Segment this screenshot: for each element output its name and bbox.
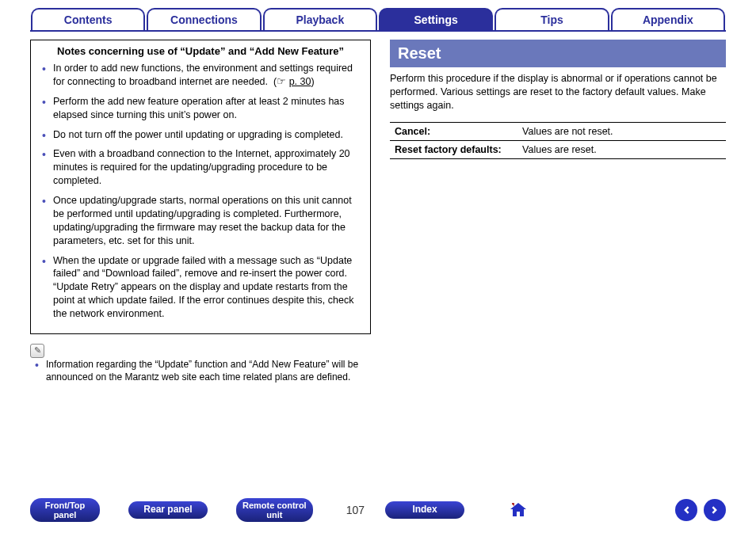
link-label: Front/Toppanel: [45, 501, 86, 520]
pencil-note-icon: ✎: [30, 344, 44, 358]
footnote-list: Information regarding the “Update” funct…: [30, 358, 371, 390]
link-rear-panel[interactable]: Rear panel: [128, 501, 208, 518]
link-front-top-panel[interactable]: Front/Toppanel: [30, 498, 100, 522]
reset-heading: Reset: [390, 40, 726, 67]
tab-settings[interactable]: Settings: [379, 8, 493, 30]
notes-item: Even with a broadband connection to the …: [47, 147, 364, 194]
notes-title: Notes concerning use of “Update” and “Ad…: [37, 42, 364, 62]
top-tabs: Contents Connections Playback Settings T…: [30, 8, 726, 30]
tab-underline: [30, 30, 726, 32]
notes-item: Do not turn off the power until updating…: [47, 128, 364, 148]
notes-box: Notes concerning use of “Update” and “Ad…: [30, 40, 371, 334]
notes-item: In order to add new functions, the envir…: [47, 62, 364, 95]
page-number: 107: [346, 504, 365, 516]
footer: Front/Toppanel Rear panel Remote control…: [30, 498, 726, 522]
param-label: Reset factory defaults:: [390, 140, 517, 158]
tab-playback[interactable]: Playback: [263, 8, 377, 30]
table-row: Cancel: Values are not reset.: [390, 122, 726, 140]
page-content: Notes concerning use of “Update” and “Ad…: [30, 40, 726, 485]
param-label: Cancel:: [390, 122, 517, 140]
notes-list: In order to add new functions, the envir…: [37, 62, 364, 327]
notes-item: Once updating/upgrade starts, normal ope…: [47, 194, 364, 254]
footnote-item: Information regarding the “Update” funct…: [40, 358, 371, 390]
right-column: Reset Perform this procedure if the disp…: [390, 40, 726, 485]
notes-text: In order to add new functions, the envir…: [53, 63, 353, 87]
tab-appendix[interactable]: Appendix: [611, 8, 725, 30]
tab-connections[interactable]: Connections: [147, 8, 261, 30]
link-index[interactable]: Index: [385, 501, 464, 518]
next-page-button[interactable]: [704, 499, 726, 521]
table-row: Reset factory defaults: Values are reset…: [390, 140, 726, 158]
nav-arrows: [675, 499, 726, 521]
prev-page-button[interactable]: [675, 499, 697, 521]
param-value: Values are not reset.: [517, 122, 726, 140]
link-remote-control-unit[interactable]: Remote controlunit: [236, 498, 313, 522]
reset-params-table: Cancel: Values are not reset. Reset fact…: [390, 122, 726, 159]
param-value: Values are reset.: [517, 140, 726, 158]
reset-body: Perform this procedure if the display is…: [390, 72, 726, 159]
reset-description: Perform this procedure if the display is…: [390, 72, 726, 112]
tab-contents[interactable]: Contents: [31, 8, 145, 30]
notes-item: When the update or upgrade failed with a…: [47, 254, 364, 327]
left-column: Notes concerning use of “Update” and “Ad…: [30, 40, 371, 485]
link-label: Remote controlunit: [242, 501, 307, 520]
tab-tips[interactable]: Tips: [494, 8, 609, 30]
home-icon[interactable]: [509, 501, 528, 520]
notes-item: Perform the add new feature operation af…: [47, 95, 364, 128]
page-link-30[interactable]: p. 30: [289, 76, 311, 87]
